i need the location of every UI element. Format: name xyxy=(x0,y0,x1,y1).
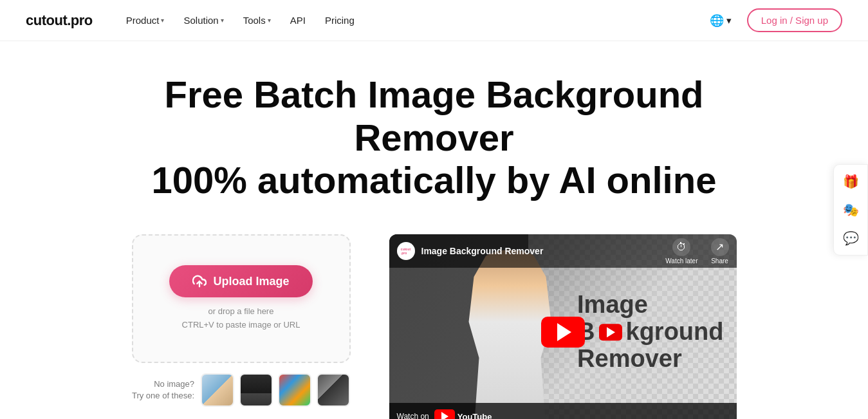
youtube-logo[interactable]: YouTube xyxy=(434,409,492,419)
chevron-down-icon: ▾ xyxy=(268,17,271,24)
language-selector[interactable]: 🌐 ▾ xyxy=(703,10,738,32)
floating-sidebar: 🎁 🎭 💬 xyxy=(833,164,868,256)
hero-title-line1: Free Batch Image Background Remover xyxy=(165,73,704,158)
try-these-label: Try one of these: xyxy=(132,390,194,402)
video-container[interactable]: Image B kground Remover cutout.pro I xyxy=(389,234,737,419)
chevron-down-icon: ▾ xyxy=(161,17,164,24)
hero-title-line2: 100% automatically by AI online xyxy=(152,159,717,201)
youtube-label: YouTube xyxy=(457,412,492,419)
hero-section: Free Batch Image Background Remover 100%… xyxy=(0,41,868,419)
share-icon: ↗ xyxy=(711,238,729,256)
upload-hint-line1: or drop a file here xyxy=(182,305,300,319)
sample-row: No image? Try one of these: xyxy=(132,373,350,407)
nav-link-api[interactable]: API xyxy=(282,10,313,31)
sample-thumb-4[interactable] xyxy=(317,373,350,407)
content-row: Upload Image or drop a file here CTRL+V … xyxy=(48,234,820,419)
upload-button[interactable]: Upload Image xyxy=(169,265,312,297)
upload-hint-line2: CTRL+V to paste image or URL xyxy=(182,319,300,332)
share-label: Share xyxy=(711,257,728,265)
nav-link-pricing[interactable]: Pricing xyxy=(317,10,362,31)
nav-link-tools-label: Tools xyxy=(243,15,266,26)
video-logo-text: cutout.pro xyxy=(401,247,411,255)
sample-thumbnails xyxy=(201,373,350,407)
video-topbar: cutout.pro Image Background Remover ⏱ Wa… xyxy=(389,234,737,268)
watch-later-button[interactable]: ⏱ Watch later xyxy=(665,238,697,265)
chevron-down-icon: ▾ xyxy=(221,17,224,24)
youtube-icon xyxy=(434,409,455,419)
message-icon: 💬 xyxy=(843,230,859,246)
navbar: cutout.pro Product ▾ Solution ▾ Tools ▾ … xyxy=(0,0,868,41)
video-play-inline xyxy=(599,324,622,340)
gift-button[interactable]: 🎁 xyxy=(838,169,863,194)
upload-icon xyxy=(192,274,207,288)
video-text-line1: Image xyxy=(577,292,723,319)
play-button[interactable] xyxy=(541,317,585,348)
sample-label: No image? Try one of these: xyxy=(132,378,194,402)
nav-link-solution[interactable]: Solution ▾ xyxy=(176,10,231,31)
nav-link-product[interactable]: Product ▾ xyxy=(118,10,172,31)
video-title: Image Background Remover xyxy=(421,246,660,256)
login-button[interactable]: Log in / Sign up xyxy=(747,8,842,32)
nav-link-tools[interactable]: Tools ▾ xyxy=(235,10,279,31)
upload-drop-zone[interactable]: Upload Image or drop a file here CTRL+V … xyxy=(132,234,351,363)
sample-thumb-2[interactable] xyxy=(239,373,273,407)
video-bottombar: Watch on YouTube xyxy=(389,403,737,419)
gift-icon: 🎁 xyxy=(843,174,859,189)
feedback-button[interactable]: 💬 xyxy=(838,225,863,251)
video-text-kground: kground xyxy=(626,319,724,346)
no-image-label: No image? xyxy=(132,378,194,390)
yt-play-icon xyxy=(441,412,448,419)
sample-thumb-3[interactable] xyxy=(278,373,311,407)
lang-arrow: ▾ xyxy=(726,15,732,26)
nav-link-pricing-label: Pricing xyxy=(325,15,355,26)
upload-hint: or drop a file here CTRL+V to paste imag… xyxy=(182,305,300,332)
nav-link-solution-label: Solution xyxy=(183,15,218,26)
video-text-overlay: Image B kground Remover xyxy=(577,292,723,372)
upload-section: Upload Image or drop a file here CTRL+V … xyxy=(132,234,351,407)
share-button[interactable]: ↗ Share xyxy=(711,238,729,265)
nav-right: 🌐 ▾ Log in / Sign up xyxy=(703,8,842,32)
nav-link-api-label: API xyxy=(290,15,306,26)
play-triangle-icon xyxy=(557,323,571,341)
face-icon: 🎭 xyxy=(843,202,859,218)
watch-later-label: Watch later xyxy=(665,257,697,265)
sample-thumb-1[interactable] xyxy=(201,373,234,407)
video-channel-logo: cutout.pro xyxy=(397,242,415,260)
logo[interactable]: cutout.pro xyxy=(26,12,93,29)
nav-links: Product ▾ Solution ▾ Tools ▾ API Pricing xyxy=(118,10,703,31)
watch-on-label: Watch on xyxy=(397,412,429,419)
nav-link-product-label: Product xyxy=(126,15,160,26)
video-text-line3: Remover xyxy=(577,346,723,373)
hero-title: Free Batch Image Background Remover 100%… xyxy=(145,73,724,202)
clock-icon: ⏱ xyxy=(672,238,690,256)
translate-icon: 🌐 xyxy=(710,14,724,28)
upload-button-label: Upload Image xyxy=(213,275,289,288)
avatar-button[interactable]: 🎭 xyxy=(838,197,863,223)
mini-play-triangle xyxy=(607,327,615,337)
